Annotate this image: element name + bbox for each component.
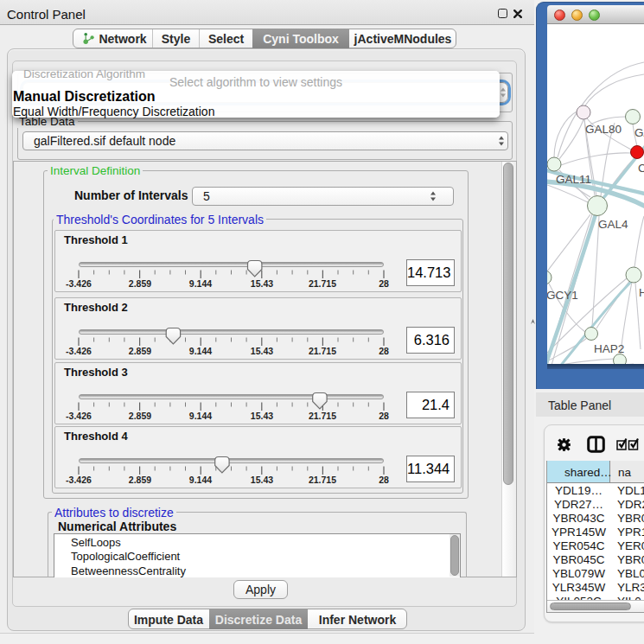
svg-text:HA: HA	[639, 286, 644, 299]
svg-text:GAL80: GAL80	[585, 123, 622, 136]
svg-text:GAL: GAL	[634, 126, 644, 139]
svg-text:GAL11: GAL11	[556, 173, 591, 186]
svg-text:HAP2: HAP2	[594, 342, 624, 355]
svg-text:GCY1: GCY1	[547, 289, 578, 302]
svg-text:CY: CY	[638, 162, 644, 175]
svg-text:GAL4: GAL4	[598, 218, 628, 231]
